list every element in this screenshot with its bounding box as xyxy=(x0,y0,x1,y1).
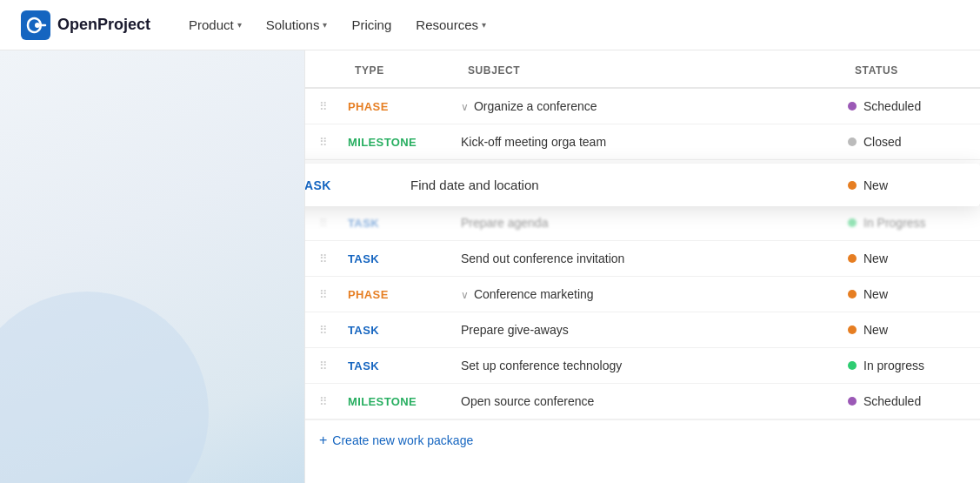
plus-icon: + xyxy=(319,433,327,448)
row-type: TASK xyxy=(348,359,379,372)
nav-item-solutions[interactable]: Solutions ▾ xyxy=(256,10,338,39)
drag-handle-icon[interactable]: ⠿ xyxy=(312,395,334,408)
table-row[interactable]: ⠿ TASK Prepare agenda In Progress xyxy=(305,205,980,241)
table-row[interactable]: ⠿ TASK Find date and location New xyxy=(304,164,980,206)
row-status: Closed xyxy=(848,135,973,149)
drag-handle-icon[interactable]: ⠿ xyxy=(312,136,334,149)
row-status: Scheduled xyxy=(848,99,973,113)
row-status: New xyxy=(848,178,973,192)
logo[interactable]: OpenProject xyxy=(21,10,150,40)
row-subject: Prepare agenda xyxy=(461,216,548,230)
table-row[interactable]: ⠿ TASK Set up conference technology In p… xyxy=(305,348,980,384)
sidebar-decoration xyxy=(0,50,304,483)
featured-task-row: ⠿ TASK Find date and location New xyxy=(304,164,980,206)
nav-item-resources[interactable]: Resources ▾ xyxy=(405,10,497,39)
row-subject: Find date and location xyxy=(410,178,539,192)
status-dot-icon xyxy=(848,254,857,263)
table-row[interactable]: ⠿ MILESTONE Open source conference Sched… xyxy=(305,384,980,419)
chevron-down-icon: ▾ xyxy=(237,20,242,30)
table-row[interactable]: ⠿ PHASE ∨ Organize a conference Schedul xyxy=(305,88,980,124)
drag-handle-icon[interactable]: ⠿ xyxy=(312,217,334,230)
table-row[interactable]: ⠿ MILESTONE Kick-off meeting orga team C… xyxy=(305,124,980,160)
work-packages-panel: ⠿ TASK Find date and location New xyxy=(304,50,980,483)
drag-handle-icon[interactable]: ⠿ xyxy=(312,288,334,301)
work-packages-table: TYPE SUBJECT STATUS ⠿ PHASE ∨ Organize a xyxy=(305,50,980,419)
row-subject: ∨ Conference marketing xyxy=(461,287,594,301)
row-status: New xyxy=(848,323,973,337)
col-header-type: TYPE xyxy=(341,50,454,88)
row-type: TASK xyxy=(348,217,379,230)
nav-items: Product ▾ Solutions ▾ Pricing Resources … xyxy=(178,10,497,39)
row-status: In Progress xyxy=(848,216,973,230)
chevron-down-icon: ▾ xyxy=(323,20,327,30)
nav-item-pricing[interactable]: Pricing xyxy=(341,10,402,39)
row-subject: ∨ Organize a conference xyxy=(461,99,597,113)
table-row[interactable]: ⠿ PHASE ∨ Conference marketing New xyxy=(305,277,980,312)
row-type: TASK xyxy=(348,324,379,337)
row-type: PHASE xyxy=(348,288,389,301)
main-content: ⠿ TASK Find date and location New xyxy=(0,50,980,483)
row-subject: Send out conference invitation xyxy=(461,252,624,265)
col-header-status: STATUS xyxy=(841,50,980,88)
drag-handle-icon[interactable]: ⠿ xyxy=(312,100,334,113)
openproject-logo-icon xyxy=(21,10,50,40)
status-dot-icon xyxy=(848,325,857,334)
row-status: Scheduled xyxy=(848,394,973,408)
table-row[interactable]: ⠿ TASK Prepare give-aways New xyxy=(305,312,980,348)
create-work-package-button[interactable]: + Create new work package xyxy=(305,419,980,460)
table-row[interactable]: ⠿ TASK Send out conference invitation Ne… xyxy=(305,241,980,277)
status-dot-icon xyxy=(848,218,857,227)
drag-handle-icon[interactable]: ⠿ xyxy=(312,324,334,337)
row-type: MILESTONE xyxy=(348,136,417,149)
row-type: TASK xyxy=(348,252,379,265)
row-subject: Set up conference technology xyxy=(461,359,622,372)
row-status: In progress xyxy=(848,359,973,372)
drag-handle-icon[interactable]: ⠿ xyxy=(312,252,334,265)
row-type: PHASE xyxy=(348,100,389,113)
status-dot-icon xyxy=(848,290,857,299)
drag-handle-icon[interactable]: ⠿ xyxy=(312,359,334,372)
status-dot-icon xyxy=(848,397,857,406)
create-label: Create new work package xyxy=(332,433,473,447)
row-type: MILESTONE xyxy=(348,395,417,408)
status-dot-icon xyxy=(848,138,857,146)
navbar: OpenProject Product ▾ Solutions ▾ Pricin… xyxy=(0,0,980,50)
status-dot-icon xyxy=(848,361,857,370)
row-subject: Kick-off meeting orga team xyxy=(461,135,606,149)
row-type: TASK xyxy=(304,178,331,192)
chevron-down-icon: ∨ xyxy=(461,289,469,301)
row-status: New xyxy=(848,287,973,301)
chevron-down-icon: ▾ xyxy=(482,20,486,30)
status-dot-icon xyxy=(848,102,857,111)
table-header: TYPE SUBJECT STATUS xyxy=(305,50,980,88)
status-dot-icon xyxy=(848,181,857,190)
col-header-subject: SUBJECT xyxy=(454,50,841,88)
row-subject: Open source conference xyxy=(461,394,594,408)
logo-text: OpenProject xyxy=(57,16,150,34)
nav-item-product[interactable]: Product ▾ xyxy=(178,10,252,39)
row-status: New xyxy=(848,252,973,265)
row-subject: Prepare give-aways xyxy=(461,323,569,337)
chevron-down-icon: ∨ xyxy=(461,101,469,113)
